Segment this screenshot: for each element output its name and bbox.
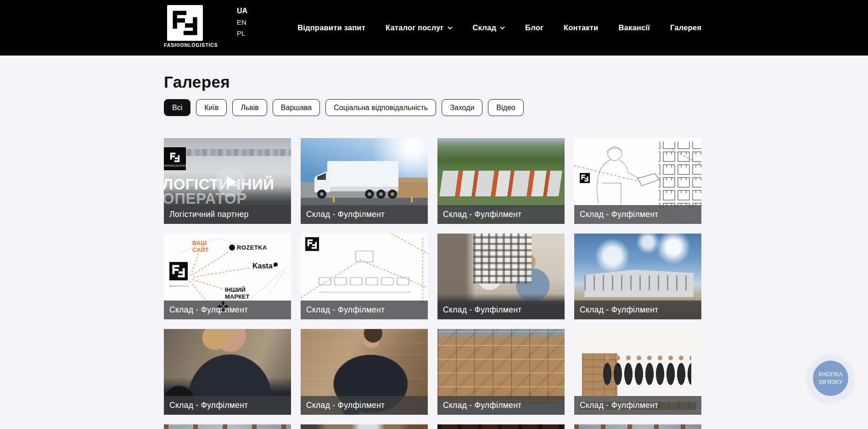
filter-kyiv[interactable]: Київ bbox=[196, 99, 227, 116]
gallery-item[interactable]: Склад - Фулфілмент bbox=[301, 234, 428, 319]
site-header: FASHIONLOGISTICS UA EN PL Відправити зап… bbox=[0, 0, 868, 56]
gallery-grid: FASHIONLOGISTICS ЛОГІСТИЧНИЙ ОПЕРАТОР Ло… bbox=[164, 138, 701, 429]
gallery-item-video[interactable]: FASHIONLOGISTICS ЛОГІСТИЧНИЙ ОПЕРАТОР Ло… bbox=[164, 138, 291, 224]
tile-art bbox=[439, 171, 562, 196]
nav-services-catalog[interactable]: Каталог послуг bbox=[386, 23, 453, 32]
gallery-filters: Всі Київ Львів Варшава Соціальна відпові… bbox=[164, 99, 701, 116]
diagram-label-rozetka: ROZETKA bbox=[229, 244, 267, 251]
nav-warehouse[interactable]: Склад bbox=[473, 23, 505, 32]
nav-contacts[interactable]: Контакти bbox=[564, 23, 598, 32]
gallery-item[interactable] bbox=[164, 424, 291, 429]
gallery-item[interactable]: FASHIONLOGISTICS ВАШ САЙТ ROZETKA Kasta … bbox=[164, 234, 291, 319]
watermark-text: FASHIONLOGISTICS bbox=[164, 165, 186, 167]
nav-gallery[interactable]: Галерея bbox=[670, 23, 701, 32]
nav-label: Каталог послуг bbox=[386, 23, 444, 32]
gallery-item[interactable] bbox=[574, 424, 701, 429]
move-cursor-icon bbox=[217, 301, 229, 312]
main-nav: Відправити запит Каталог послуг Склад Бл… bbox=[297, 0, 701, 56]
play-icon bbox=[227, 176, 237, 188]
gallery-page: Галерея Всі Київ Львів Варшава Соціальна… bbox=[164, 73, 701, 429]
tile-art bbox=[602, 355, 691, 399]
gallery-item[interactable]: Склад - Фулфілмент bbox=[437, 329, 565, 415]
page-title: Галерея bbox=[164, 73, 701, 91]
lang-ua[interactable]: UA bbox=[237, 7, 247, 15]
nav-label: Контакти bbox=[564, 23, 598, 32]
overlay-line: ОПЕРАТОР bbox=[164, 191, 274, 206]
gallery-item-caption: Склад - Фулфілмент bbox=[574, 205, 701, 224]
filter-all[interactable]: Всі bbox=[164, 99, 190, 116]
rozetka-logo-icon bbox=[229, 245, 235, 251]
fashionlogistics-logo-icon bbox=[168, 150, 182, 164]
logo-text: FASHIONLOGISTICS bbox=[164, 42, 206, 48]
lang-pl[interactable]: PL bbox=[237, 30, 247, 38]
tile-art bbox=[584, 270, 694, 297]
gallery-item[interactable]: Склад - Фулфілмент bbox=[574, 138, 701, 224]
chevron-down-icon bbox=[500, 26, 505, 30]
gallery-item[interactable] bbox=[301, 424, 428, 429]
diagram-label-other-market: ІНШИЙ МАРКЕТ bbox=[225, 287, 253, 301]
filter-video[interactable]: Відео bbox=[488, 99, 523, 116]
gallery-item-caption: Склад - Фулфілмент bbox=[301, 396, 428, 415]
nav-label: Вакансії bbox=[618, 23, 650, 32]
diagram-label-your-site: ВАШ САЙТ bbox=[192, 240, 217, 254]
gallery-item-caption: Склад - Фулфілмент bbox=[301, 205, 428, 224]
filter-lviv[interactable]: Львів bbox=[232, 99, 267, 116]
nav-label: Склад bbox=[473, 23, 497, 32]
nav-label: Блог bbox=[525, 23, 543, 32]
lang-en[interactable]: EN bbox=[237, 19, 247, 27]
fashionlogistics-logo-icon bbox=[167, 5, 203, 41]
nav-label: Галерея bbox=[670, 23, 701, 32]
fashionlogistics-logo-icon bbox=[169, 262, 188, 280]
language-switcher: UA EN PL bbox=[237, 7, 247, 38]
gallery-item[interactable]: Склад - Фулфілмент bbox=[437, 234, 565, 319]
nav-blog[interactable]: Блог bbox=[525, 23, 543, 32]
gallery-item-caption: Склад - Фулфілмент bbox=[437, 301, 565, 319]
nav-vacancies[interactable]: Вакансії bbox=[618, 23, 650, 32]
watermark-text: FASHIONLOGISTICS bbox=[169, 285, 190, 287]
gallery-item[interactable]: Склад - Фулфілмент bbox=[164, 329, 291, 415]
gallery-item-caption: Склад - Фулфілмент bbox=[301, 301, 428, 319]
gallery-item-caption: Склад - Фулфілмент bbox=[574, 396, 701, 415]
gallery-item[interactable]: Склад - Фулфілмент bbox=[301, 138, 428, 224]
gallery-item[interactable] bbox=[437, 424, 565, 429]
kasta-text: Kasta bbox=[252, 262, 273, 270]
filter-warsaw[interactable]: Варшава bbox=[273, 99, 320, 116]
filter-social-responsibility[interactable]: Соціальна відповідальність bbox=[325, 99, 436, 116]
fashionlogistics-watermark: FASHIONLOGISTICS bbox=[169, 262, 189, 289]
contact-floating-button[interactable]: КНОПКА ЗВ'ЯЗКУ bbox=[807, 355, 854, 401]
gallery-item-caption: Склад - Фулфілмент bbox=[437, 205, 565, 224]
gallery-item[interactable]: Склад - Фулфілмент bbox=[574, 234, 701, 319]
nav-send-request[interactable]: Відправити запит bbox=[297, 23, 365, 32]
nav-label: Відправити запит bbox=[297, 23, 365, 32]
contact-floating-button-label: КНОПКА ЗВ'ЯЗКУ bbox=[813, 361, 848, 396]
diagram-label-kasta: Kasta bbox=[252, 262, 278, 270]
gallery-item-caption: Склад - Фулфілмент bbox=[574, 301, 701, 319]
filter-events[interactable]: Заходи bbox=[442, 99, 482, 116]
play-button[interactable] bbox=[216, 167, 245, 197]
gallery-item-caption: Склад - Фулфілмент bbox=[437, 396, 565, 415]
gallery-item-caption: Склад - Фулфілмент bbox=[164, 396, 291, 415]
chevron-down-icon bbox=[448, 26, 453, 30]
logo[interactable]: FASHIONLOGISTICS bbox=[164, 5, 206, 48]
gallery-item[interactable]: Склад - Фулфілмент bbox=[574, 329, 701, 415]
gallery-item[interactable]: Склад - Фулфілмент bbox=[437, 138, 565, 224]
gallery-item-caption: Логістичний партнер bbox=[164, 205, 291, 224]
rozetka-text: ROZETKA bbox=[237, 244, 267, 251]
gallery-item[interactable]: Склад - Фулфілмент bbox=[301, 329, 428, 415]
kasta-logo-icon bbox=[274, 262, 278, 267]
fashionlogistics-watermark: FASHIONLOGISTICS bbox=[164, 147, 186, 170]
